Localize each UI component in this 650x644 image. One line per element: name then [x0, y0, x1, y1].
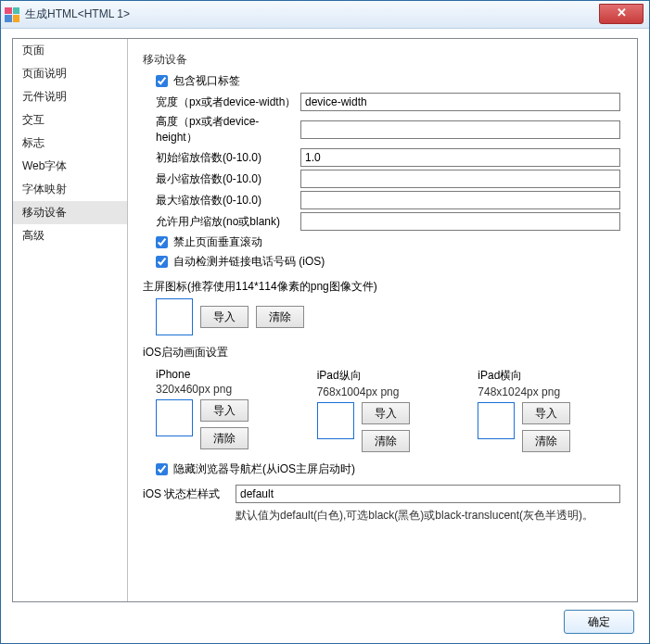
home-icon-import-button[interactable]: 导入	[200, 306, 249, 328]
splash-iphone-clear-button[interactable]: 清除	[200, 427, 249, 449]
auto-tel-checkbox[interactable]	[156, 256, 168, 268]
splash-ipadp-preview	[317, 402, 354, 439]
group-title: 移动设备	[143, 52, 620, 68]
ok-button[interactable]: 确定	[564, 610, 634, 634]
splash-ipadp-clear-button[interactable]: 清除	[362, 430, 410, 452]
user-scalable-input[interactable]	[300, 212, 620, 231]
splash-ipadl-spec: 748x1024px png	[478, 385, 620, 398]
window-title: 生成HTML<HTML 1>	[25, 6, 130, 22]
app-icon	[5, 7, 19, 22]
splash-ipadp-import-button[interactable]: 导入	[362, 402, 410, 424]
home-icon-clear-button[interactable]: 清除	[256, 306, 304, 328]
close-button[interactable]: ✕	[599, 4, 644, 24]
splash-ipadl-clear-button[interactable]: 清除	[522, 430, 570, 452]
content-panel: 移动设备 包含视口标签 宽度（px或者device-width） 高度（px或者…	[128, 39, 637, 601]
splash-ipadl-import-button[interactable]: 导入	[522, 402, 570, 424]
splash-iphone-import-button[interactable]: 导入	[200, 399, 249, 422]
width-input[interactable]	[300, 93, 620, 111]
statusbar-input[interactable]	[236, 485, 620, 503]
sidebar: 页面 页面说明 元件说明 交互 标志 Web字体 字体映射 移动设备 高级	[13, 39, 128, 601]
splash-ipadp-name: iPad纵向	[317, 368, 460, 384]
disable-vscroll-checkbox[interactable]	[156, 236, 168, 248]
sidebar-item-webfonts[interactable]: Web字体	[13, 155, 127, 178]
splash-iphone-spec: 320x460px png	[156, 383, 299, 396]
include-viewport-label: 包含视口标签	[173, 73, 240, 89]
dialog-body: 页面 页面说明 元件说明 交互 标志 Web字体 字体映射 移动设备 高级 移动…	[1, 29, 649, 643]
dialog-window: 生成HTML<HTML 1> ✕ 页面 页面说明 元件说明 交互 标志 Web字…	[0, 0, 650, 644]
sidebar-item-page-notes[interactable]: 页面说明	[13, 62, 127, 85]
auto-tel-label: 自动检测并链接电话号码 (iOS)	[173, 254, 325, 270]
sidebar-item-interactions[interactable]: 交互	[13, 108, 127, 132]
home-icon-preview	[156, 298, 193, 335]
min-scale-input[interactable]	[300, 170, 620, 188]
initial-scale-input[interactable]	[300, 148, 620, 167]
statusbar-hint: 默认值为default(白色),可选black(黑色)或black-transl…	[236, 507, 620, 524]
titlebar: 生成HTML<HTML 1> ✕	[1, 1, 649, 29]
sidebar-item-page[interactable]: 页面	[13, 39, 127, 62]
split-pane: 页面 页面说明 元件说明 交互 标志 Web字体 字体映射 移动设备 高级 移动…	[12, 38, 638, 602]
include-viewport-checkbox[interactable]	[156, 75, 168, 87]
hide-nav-label: 隐藏浏览器导航栏(从iOS主屏启动时)	[173, 461, 355, 477]
max-scale-input[interactable]	[300, 191, 620, 209]
user-scalable-label: 允许用户缩放(no或blank)	[143, 214, 300, 230]
sidebar-item-mobile[interactable]: 移动设备	[13, 201, 127, 224]
splash-ipadl-preview	[478, 402, 515, 439]
sidebar-item-font-mapping[interactable]: 字体映射	[13, 178, 127, 201]
splash-ipadp-spec: 768x1004px png	[317, 385, 460, 398]
splash-section-label: iOS启动画面设置	[143, 345, 620, 360]
initial-scale-label: 初始缩放倍数(0-10.0)	[143, 150, 300, 166]
statusbar-label: iOS 状态栏样式	[143, 485, 236, 502]
sidebar-item-logo[interactable]: 标志	[13, 132, 127, 155]
disable-vscroll-label: 禁止页面垂直滚动	[173, 234, 262, 250]
height-label: 高度（px或者device-height）	[143, 114, 300, 145]
home-icon-section-label: 主屏图标(推荐使用114*114像素的png图像文件)	[143, 279, 620, 295]
splash-col-ipad-landscape: iPad横向 748x1024px png 导入 清除	[478, 366, 620, 452]
sidebar-item-widget-notes[interactable]: 元件说明	[13, 85, 127, 108]
splash-iphone-name: iPhone	[156, 368, 299, 381]
max-scale-label: 最大缩放倍数(0-10.0)	[143, 193, 300, 208]
splash-ipadl-name: iPad横向	[478, 368, 620, 384]
hide-nav-checkbox[interactable]	[156, 463, 168, 475]
width-label: 宽度（px或者device-width）	[143, 95, 300, 110]
dialog-footer: 确定	[12, 602, 638, 636]
height-input[interactable]	[300, 120, 620, 139]
group-mobile: 移动设备 包含视口标签 宽度（px或者device-width） 高度（px或者…	[137, 44, 626, 529]
splash-iphone-preview	[156, 399, 193, 436]
sidebar-item-advanced[interactable]: 高级	[13, 224, 127, 247]
splash-col-ipad-portrait: iPad纵向 768x1004px png 导入 清除	[317, 366, 460, 452]
min-scale-label: 最小缩放倍数(0-10.0)	[143, 171, 300, 187]
splash-col-iphone: iPhone 320x460px png 导入 清除	[156, 366, 299, 452]
